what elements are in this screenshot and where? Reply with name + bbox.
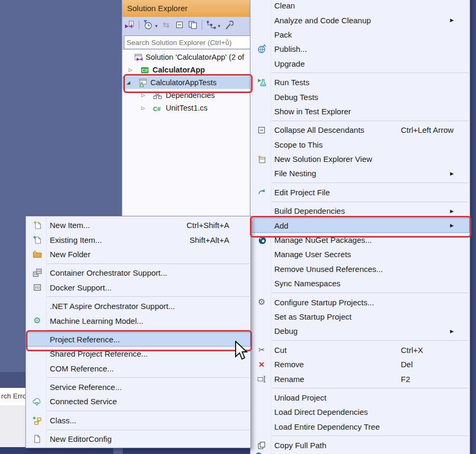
dropdown-caret-icon[interactable]: ▾	[220, 20, 221, 30]
menu-item-label: Pack	[274, 30, 292, 39]
menu-item-label: Clean	[274, 1, 295, 10]
menu-item-label: Class...	[50, 416, 76, 425]
menu-item-new-editorconfig[interactable]: New EditorConfig	[26, 432, 250, 446]
menu-item-load-entire-dependency-tree[interactable]: Load Entire Dependency Tree	[250, 420, 470, 434]
dropdown-caret-icon[interactable]: ▾	[157, 20, 158, 30]
menu-item-manage-user-secrets[interactable]: Manage User Secrets	[250, 247, 470, 261]
menu-item-sync-namespaces[interactable]: Sync Namespaces	[250, 276, 470, 290]
menu-item-existing-item[interactable]: Existing Item...Shift+Alt+A	[26, 232, 250, 247]
menu-item-project-reference[interactable]: Project Reference...	[26, 332, 250, 347]
menu-separator	[26, 376, 250, 380]
menu-item-file-nesting[interactable]: File Nesting▶	[250, 166, 470, 180]
tree-item-calculatorapptests[interactable]: ◢CalculatorAppTests	[122, 76, 250, 89]
error-list-search-input[interactable]: rch Erro	[0, 387, 26, 406]
menu-item-pack[interactable]: Pack	[250, 28, 470, 42]
wrench-icon[interactable]	[224, 19, 233, 31]
ml-model-icon: ⚙	[31, 315, 43, 326]
menu-separator	[250, 290, 470, 295]
class-icon	[31, 415, 43, 425]
menu-item-machine-learning-model[interactable]: ⚙Machine Learning Model...	[26, 313, 250, 328]
menu-item-label: Service Reference...	[50, 383, 122, 392]
menu-item-run-tests[interactable]: Run Tests	[250, 75, 470, 89]
menu-item-connected-service[interactable]: Connected Service	[26, 394, 250, 408]
menu-item-set-as-startup-project[interactable]: Set as Startup Project	[250, 310, 470, 324]
menu-item-class[interactable]: Class...	[26, 413, 250, 428]
menu-item-label: Edit Project File	[274, 188, 330, 197]
menu-item-new-folder[interactable]: New Folder	[26, 247, 250, 261]
menu-item-debug-tests[interactable]: Debug Tests	[250, 89, 470, 104]
menu-item-remove-unused-references[interactable]: Remove Unused References...	[250, 262, 470, 276]
menu-item-build-dependencies[interactable]: Build Dependencies▶	[250, 204, 470, 218]
menu-item-rename[interactable]: RenameF2	[250, 371, 470, 386]
expander-collapsed-icon[interactable]: ▷	[129, 63, 132, 76]
submenu-arrow-icon: ▶	[450, 17, 454, 23]
menu-item-shortcut: Shift+Alt+A	[190, 235, 229, 244]
menu-item-docker-support[interactable]: Docker Support...	[26, 280, 250, 295]
container-orchestrator-icon	[31, 268, 43, 278]
menu-separator	[250, 339, 470, 343]
menu-item-unload-project[interactable]: Unload Project	[250, 391, 470, 405]
menu-item-label: File Nesting	[274, 169, 316, 178]
menu-separator	[250, 199, 470, 204]
menu-item-clean[interactable]: Clean	[250, 0, 470, 13]
menu-item-add[interactable]: Add▶	[250, 218, 470, 232]
menu-item-label: New Folder	[50, 250, 91, 259]
expander-collapsed-icon[interactable]: ▷	[141, 102, 145, 114]
search-input[interactable]	[124, 35, 250, 49]
expander-expanded-icon[interactable]: ◢	[127, 76, 130, 89]
menu-item-net-aspire-orchestrator-support[interactable]: .NET Aspire Orchestrator Support...	[26, 299, 250, 313]
new-folder-icon	[31, 249, 43, 259]
tree-item-label: Dependencies	[166, 89, 215, 102]
menu-item-label: Remove Unused References...	[274, 265, 383, 274]
sync-active-document-icon[interactable]	[124, 19, 135, 31]
menu-item-label: Manage NuGet Packages...	[274, 235, 372, 244]
pending-changes-filter-icon[interactable]	[143, 19, 154, 31]
menu-item-publish[interactable]: Publish...	[250, 42, 470, 56]
menu-item-analyze-and-code-cleanup[interactable]: Analyze and Code Cleanup▶	[250, 13, 470, 27]
menu-item-upgrade[interactable]: Upgrade	[250, 57, 470, 71]
show-all-files-icon[interactable]	[188, 19, 198, 31]
menu-item-label: Connected Service	[50, 397, 117, 406]
menu-item-label: COM Reference...	[50, 364, 114, 373]
menu-item-cut[interactable]: ✂CutCtrl+X	[250, 343, 470, 357]
solution-icon	[134, 53, 142, 61]
menu-item-label: Configure Startup Projects...	[274, 298, 374, 307]
menu-item-com-reference[interactable]: COM Reference...	[26, 361, 250, 376]
menu-item-debug[interactable]: Debug▶	[250, 324, 470, 338]
menu-item-collapse-all-descendants[interactable]: Collapse All DescendantsCtrl+Left Arrow	[250, 123, 470, 137]
publish-globe-icon	[256, 44, 267, 55]
menu-item-manage-nuget-packages[interactable]: Manage NuGet Packages...	[250, 233, 470, 247]
refresh-icon[interactable]: ⇆	[161, 19, 171, 31]
menu-item-label: Cut	[274, 346, 286, 355]
menu-item-load-direct-dependencies[interactable]: Load Direct Dependencies	[250, 405, 470, 419]
new-item-icon	[31, 220, 43, 231]
menu-item-configure-startup-projects[interactable]: ⚙Configure Startup Projects...	[250, 295, 470, 309]
tree-item-calculatorapp[interactable]: ▷C#CalculatorApp	[122, 63, 250, 76]
mouse-cursor	[235, 341, 248, 362]
submenu-arrow-icon: ▶	[450, 329, 454, 334]
menu-item-copy-full-path[interactable]: Copy Full Path	[250, 438, 470, 452]
csharp-file-icon: C#	[153, 104, 161, 112]
menu-separator	[250, 181, 470, 185]
tree-item-unittest1-cs[interactable]: ▷C#UnitTest1.cs	[122, 102, 250, 114]
menu-item-service-reference[interactable]: Service Reference...	[26, 380, 250, 394]
tree-item-solution-calculatorapp-2-of[interactable]: Solution 'CalculatorApp' (2 of	[122, 51, 250, 63]
menu-item-shared-project-reference[interactable]: Shared Project Reference...	[26, 347, 250, 361]
sync-selection-icon[interactable]	[206, 19, 217, 31]
menu-item-scope-to-this[interactable]: Scope to This	[250, 138, 470, 152]
editorconfig-icon	[31, 434, 43, 444]
menu-separator	[26, 328, 250, 332]
menu-item-label: New Item...	[50, 221, 90, 230]
menu-item-label: New EditorConfig	[50, 434, 112, 443]
menu-item-remove[interactable]: ×RemoveDel	[250, 357, 470, 371]
expander-collapsed-icon[interactable]: ▷	[141, 89, 145, 102]
menu-item-new-solution-explorer-view[interactable]: New Solution Explorer View	[250, 152, 470, 166]
tree-item-dependencies[interactable]: ▷Dependencies	[122, 89, 250, 102]
menu-separator	[250, 434, 470, 438]
collapse-all-icon[interactable]	[175, 19, 184, 31]
menu-item-edit-project-file[interactable]: Edit Project File	[250, 185, 470, 199]
menu-item-container-orchestrator-support[interactable]: Container Orchestrator Support...	[26, 266, 250, 280]
menu-item-new-item[interactable]: New Item...Ctrl+Shift+A	[26, 218, 250, 232]
menu-item-label: Scope to This	[274, 140, 322, 149]
menu-item-show-in-test-explorer[interactable]: Show in Test Explorer	[250, 104, 470, 119]
